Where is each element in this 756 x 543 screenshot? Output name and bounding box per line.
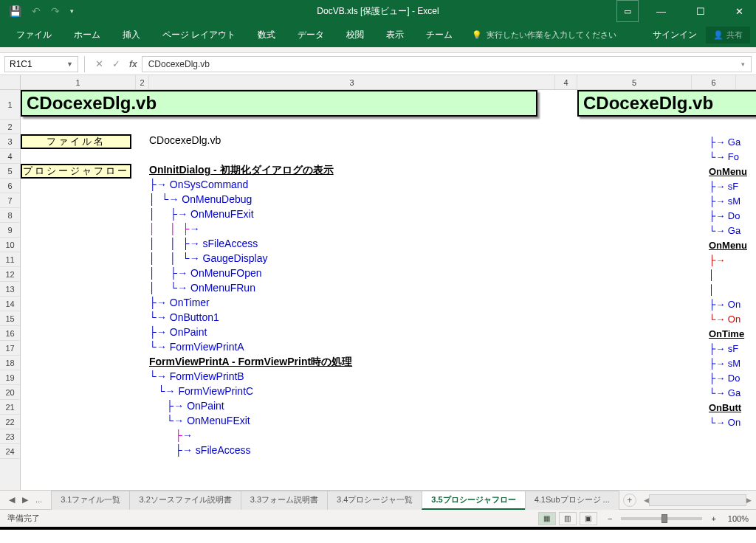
zoom-in-button[interactable]: + [711,514,715,523]
row-header[interactable]: 10 [0,238,20,252]
row-header[interactable]: 3 [0,134,20,149]
formula-expand-icon[interactable]: ▾ [741,60,745,68]
flow-line-right: ├→ On [709,297,740,311]
flow-line: ├→ [149,429,555,444]
flow-line: FormViewPrintA - FormViewPrint時の処理 [149,356,555,370]
tab-insert[interactable]: 挿入 [112,23,151,47]
name-box[interactable]: R1C1 ▼ [4,56,78,72]
tab-pagelayout[interactable]: ページ レイアウト [152,23,246,47]
flow-line-right: ├→ sM [709,356,740,370]
scroll-right-icon[interactable]: ▶ [746,497,752,504]
sheet-tab[interactable]: 3.3フォーム説明書 [241,491,328,510]
undo-icon[interactable]: ↶ [32,5,41,17]
sheet-nav-prev[interactable]: ◀ [6,494,18,506]
row-header[interactable]: 16 [0,326,20,341]
sheet-tab-bar: ◀ ▶ ... 3.1ファイル一覧3.2ソースファイル説明書3.3フォーム説明書… [0,490,756,509]
flow-line: └→ FormViewPrintA [149,341,555,356]
window-controls: ▭ — ☐ ✕ [616,0,756,22]
page-layout-view-button[interactable]: ▥ [559,512,577,525]
tab-team[interactable]: チーム [416,23,463,47]
column-header[interactable]: 2 [136,75,149,89]
enter-formula-icon[interactable]: ✓ [108,58,125,69]
tab-view[interactable]: 表示 [376,23,414,47]
row-header[interactable]: 1 [0,90,20,120]
name-box-dropdown-icon[interactable]: ▼ [66,60,73,68]
save-icon[interactable]: 💾 [9,5,21,17]
share-label: 共有 [726,30,743,41]
row-header[interactable]: 4 [0,149,20,164]
sheet-nav-more[interactable]: ... [32,494,45,506]
fx-icon[interactable]: fx [125,59,142,69]
formula-input[interactable]: CDocexeDlg.vb ▾ [142,56,752,72]
share-button[interactable]: 👤 共有 [706,27,750,44]
sheet-tab[interactable]: 3.2ソースファイル説明書 [129,491,241,510]
zoom-thumb[interactable] [662,514,667,523]
zoom-out-button[interactable]: − [608,514,612,523]
add-sheet-button[interactable]: + [623,494,636,507]
flow-line: │ ├→ OnMenuFExit [149,208,555,223]
row-header[interactable]: 23 [0,429,20,444]
flow-line-right: └→ On [709,415,740,429]
sheet-tab[interactable]: 3.4プロシージャ一覧 [327,491,422,510]
row-header[interactable]: 20 [0,385,20,400]
row-header[interactable]: 11 [0,252,20,267]
row-header[interactable]: 19 [0,370,20,385]
cells-area[interactable]: CDocexeDlg.vb CDocexeDlg.vb ファイル名 CDocex… [21,90,756,490]
signin-link[interactable]: サインイン [653,29,697,41]
redo-icon[interactable]: ↷ [51,5,60,17]
row-header[interactable]: 24 [0,444,20,459]
column-header[interactable]: 5 [577,75,692,89]
row-header[interactable]: 9 [0,223,20,238]
flow-line: │ │ ├→ [149,223,555,238]
row-header[interactable]: 8 [0,208,20,223]
flow-line: └→ OnButton1 [149,311,555,326]
row-header[interactable]: 12 [0,267,20,282]
tab-review[interactable]: 校閲 [336,23,374,47]
row-header[interactable]: 21 [0,400,20,415]
normal-view-button[interactable]: ▦ [538,512,556,525]
row-header[interactable]: 6 [0,179,20,193]
row-header[interactable]: 14 [0,297,20,311]
spreadsheet-grid[interactable]: 1 23456789101112131415161718192021222324… [0,90,756,490]
sheet-tab[interactable]: 3.1ファイル一覧 [51,491,130,510]
cancel-formula-icon[interactable]: ✕ [91,58,108,69]
sheet-title-cell-right[interactable]: CDocexeDlg.vb [577,90,756,117]
zoom-level[interactable]: 100% [728,514,749,523]
column-header[interactable]: 4 [555,75,577,89]
row-header[interactable]: 17 [0,341,20,356]
row-header[interactable]: 5 [0,164,20,179]
sheet-title-cell[interactable]: CDocexeDlg.vb [21,90,537,117]
flow-line: ├→ sFileAccess [149,444,555,459]
tab-data[interactable]: データ [287,23,334,47]
row-header[interactable]: 18 [0,356,20,370]
row-header[interactable]: 2 [0,120,20,134]
tab-file[interactable]: ファイル [6,23,62,47]
scroll-left-icon[interactable]: ◀ [644,497,649,504]
tab-home[interactable]: ホーム [63,23,111,47]
file-name-label: ファイル名 [21,134,131,149]
page-break-view-button[interactable]: ▣ [580,512,597,525]
ribbon-options-icon[interactable]: ▭ [616,0,639,22]
row-header[interactable]: 7 [0,193,20,208]
flow-line-right: ├→ Do [709,370,740,385]
sheet-nav-next[interactable]: ▶ [19,494,31,506]
row-header[interactable]: 13 [0,282,20,297]
column-header[interactable]: 1 [21,75,136,89]
column-header[interactable]: 6 [692,75,736,89]
qat-dropdown-icon[interactable]: ▾ [70,7,74,15]
scrollbar-track[interactable] [649,494,746,506]
close-button[interactable]: ✕ [723,0,756,22]
row-header[interactable]: 22 [0,415,20,429]
select-all-corner[interactable] [0,75,21,89]
minimize-button[interactable]: — [645,0,678,22]
maximize-button[interactable]: ☐ [684,0,717,22]
horizontal-scrollbar[interactable]: ◀ ▶ [644,494,756,506]
column-header[interactable]: 3 [149,75,555,89]
tab-formulas[interactable]: 数式 [247,23,286,47]
zoom-slider[interactable] [621,517,702,520]
sheet-tab[interactable]: 3.5プロシージャフロー [422,491,525,510]
tell-me-search[interactable]: 💡 実行したい作業を入力してください [472,30,616,41]
sheet-tab[interactable]: 4.1Subプロシージ ... [525,491,619,510]
flow-line-right: ├→ sF [709,179,738,193]
row-header[interactable]: 15 [0,311,20,326]
